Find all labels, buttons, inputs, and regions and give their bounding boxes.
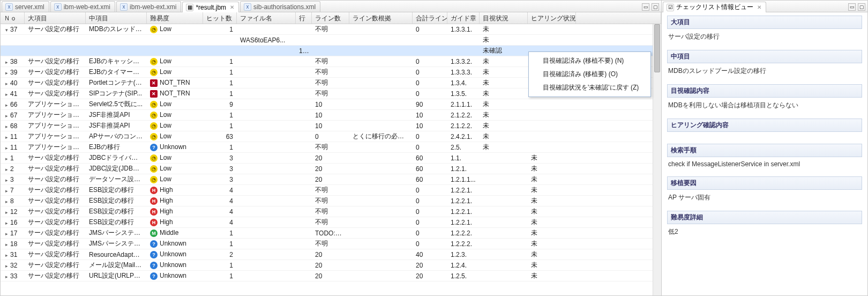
tree-toggle-icon[interactable]: ▸: [4, 113, 9, 119]
close-icon[interactable]: ✕: [757, 4, 761, 10]
ctx-confirmed-need-port[interactable]: 目視確認済み (移植要) (O): [529, 68, 650, 81]
checklist-section: 検索手順check if MessageListenerService in s…: [667, 144, 862, 173]
scrollbar-thumb[interactable]: [654, 24, 660, 72]
ctx-confirmed-no-port[interactable]: 目視確認済み (移植不要) (N): [529, 54, 650, 68]
tree-toggle-icon[interactable]: ▸: [4, 242, 9, 247]
checklist-section: ヒアリング確認内容: [667, 119, 862, 140]
tree-toggle-icon[interactable]: ▸: [4, 231, 9, 236]
section-body: サーバ設定の移行: [667, 29, 862, 47]
table-row[interactable]: ▸12サーバ設定の移行ESB設定の移行HHigh4不明01.2.2.1.未: [1, 206, 661, 217]
maximize-icon[interactable]: ▢: [652, 3, 659, 11]
column-headers[interactable]: Ｎｏ 大項目 中項目 難易度 ヒット数 ファイル名 行 ライン数 ライン数根拠 …: [1, 12, 661, 24]
tab-server-xml[interactable]: xserver.xml: [2, 1, 49, 12]
checklist-icon: ☑: [667, 4, 674, 11]
tree-toggle-icon[interactable]: ▸: [4, 188, 9, 194]
tree-toggle-icon[interactable]: ▸: [4, 70, 9, 76]
section-header: 難易度詳細: [667, 211, 862, 224]
tree-toggle-icon[interactable]: ▸: [4, 220, 9, 226]
table-row[interactable]: ▸17サーバ設定の移行JMSパーシステン...MMiddle1TODO:SE .…: [1, 228, 661, 239]
table-row[interactable]: WAS6toEAP6...未: [1, 35, 661, 46]
jbm-icon: ▦: [186, 4, 193, 11]
table-row[interactable]: ▸2サーバ設定の移行JDBC設定(JDBCP...◔Low320601.2.1.…: [1, 164, 661, 174]
col-line[interactable]: 行: [296, 12, 312, 24]
tab-checklist-view[interactable]: ☑チェックリスト情報ビュー✕: [663, 2, 766, 12]
difficulty-icon: ◔: [150, 154, 158, 162]
table-row[interactable]: ▸32サーバ設定の移行メール設定(MailPr...?Unknown120201…: [1, 260, 661, 271]
col-file[interactable]: ファイル名: [237, 12, 296, 24]
tab-sib-auth[interactable]: xsib-authorisations.xml: [240, 1, 320, 12]
col-hear[interactable]: ヒアリング状況: [528, 12, 576, 24]
tree-toggle-icon[interactable]: ▸: [4, 177, 9, 183]
xml-icon: x: [54, 3, 62, 11]
difficulty-icon: H: [150, 219, 158, 226]
ctx-reset-unconfirmed[interactable]: 目視確認状況を'未確認'に戻す (Z): [529, 81, 650, 94]
context-menu-eye-status[interactable]: 目視確認済み (移植不要) (N) 目視確認済み (移植要) (O) 目視確認状…: [528, 51, 651, 97]
tab-result-jbm[interactable]: ▦*result.jbm✕: [182, 2, 239, 12]
difficulty-icon: ?: [150, 144, 158, 151]
section-header: 検索手順: [667, 144, 862, 157]
col-hit[interactable]: ヒット数: [203, 12, 237, 24]
tree-toggle-icon[interactable]: ▸: [4, 81, 9, 86]
table-row[interactable]: ▸16サーバ設定の移行ESB設定の移行HHigh4不明01.2.2.1.未: [1, 217, 661, 228]
close-icon[interactable]: ✕: [230, 4, 234, 10]
difficulty-icon: ◔: [150, 122, 158, 130]
col-linebase[interactable]: ライン数根拠: [349, 12, 413, 24]
section-body: [667, 132, 862, 140]
table-row[interactable]: ▸11アプリケーション...APサーバのコンテ...◔Low630とくに移行の必…: [1, 131, 661, 142]
col-dai[interactable]: 大項目: [25, 12, 86, 24]
minimize-icon[interactable]: ▭: [848, 3, 856, 11]
col-guide[interactable]: ガイド章: [447, 12, 480, 24]
tree-toggle-icon[interactable]: ▸: [4, 145, 9, 151]
section-header: ヒアリング確認内容: [667, 119, 862, 132]
table-row[interactable]: ▸7サーバ設定の移行ESB設定の移行HHigh4不明01.2.2.1.未: [1, 185, 661, 196]
tree-toggle-icon[interactable]: ▾: [4, 27, 9, 33]
tabbar-right: ☑チェックリスト情報ビュー✕ ▭ ▢: [662, 1, 867, 12]
pane-controls: ▭ ▢: [848, 3, 865, 11]
tree-toggle-icon[interactable]: ▸: [4, 263, 9, 269]
table-row[interactable]: ▸68アプリケーション...JSF非推奨API◔Low110102.1.2.2.…: [1, 121, 661, 131]
table-row[interactable]: ▸3サーバ設定の移行データソース設定...◔Low320601.2.1.1...…: [1, 174, 661, 185]
section-body: 低2: [667, 224, 862, 242]
table-row[interactable]: ▸8サーバ設定の移行ESB設定の移行HHigh4不明01.2.2.1.未: [1, 196, 661, 206]
tree-toggle-icon[interactable]: ▸: [4, 167, 9, 172]
tab-ibm-web-ext-2[interactable]: xibm-web-ext.xmi: [116, 1, 181, 12]
table-row[interactable]: ▸18サーバ設定の移行JMSパーシステン...?Unknown1不明01.2.2…: [1, 239, 661, 249]
tree-toggle-icon[interactable]: ▸: [4, 102, 9, 108]
col-eye[interactable]: 目視状況: [480, 12, 528, 24]
table-row[interactable]: ▸67アプリケーション...JSF非推奨API◔Low110102.1.2.2.…: [1, 110, 661, 121]
col-no[interactable]: Ｎｏ: [1, 12, 25, 24]
table-row[interactable]: ▸11アプリケーション...EJBの移行?Unknown1不明02.5.未: [1, 142, 661, 153]
tab-ibm-web-ext-1[interactable]: xibm-web-ext.xmi: [50, 1, 115, 12]
difficulty-icon: ◔: [150, 58, 158, 65]
tree-toggle-icon[interactable]: ▸: [4, 60, 9, 65]
section-header: 中項目: [667, 50, 862, 63]
vertical-scrollbar[interactable]: [653, 24, 661, 295]
difficulty-icon: ◔: [150, 165, 158, 173]
col-linecnt[interactable]: ライン数: [312, 12, 349, 24]
maximize-icon[interactable]: ▢: [858, 3, 865, 11]
tree-toggle-icon[interactable]: ▸: [4, 124, 9, 129]
checklist-body: 大項目サーバ設定の移行中項目MDBのスレッドプール設定の移行目視確認内容MDBを…: [662, 12, 867, 295]
checklist-section: 難易度詳細低2: [667, 211, 862, 242]
table-row[interactable]: ▸33サーバ設定の移行URL設定(URLPori...?Unknown12020…: [1, 271, 661, 282]
col-total[interactable]: 合計ライン: [413, 12, 447, 24]
table-row[interactable]: ▸1サーバ設定の移行JDBCドライバの...◔Low320601.1.未: [1, 153, 661, 164]
tree-toggle-icon[interactable]: ▸: [4, 135, 9, 140]
tree-toggle-icon[interactable]: ▸: [4, 199, 9, 204]
tree-toggle-icon[interactable]: ▸: [4, 210, 9, 215]
tree-toggle-icon[interactable]: ▸: [4, 156, 9, 161]
tree-toggle-icon[interactable]: ▸: [4, 92, 9, 97]
checklist-section: 大項目サーバ設定の移行: [667, 16, 862, 47]
table-row[interactable]: ▾37サーバ設定の移行MDBのスレッドプ...◔Low1不明01.3.3.1.未: [1, 24, 661, 35]
tree-toggle-icon[interactable]: ▸: [4, 253, 9, 258]
difficulty-icon: ◔: [150, 112, 158, 119]
difficulty-icon: ◔: [150, 26, 158, 33]
section-header: 移植要因: [667, 176, 862, 190]
table-row[interactable]: ▸31サーバ設定の移行ResourceAdapter...?Unknown220…: [1, 249, 661, 260]
table-row[interactable]: ▸66アプリケーション...Servlet2.5で既に...◔Low910902…: [1, 99, 661, 110]
tree-toggle-icon[interactable]: ▸: [4, 274, 9, 279]
col-nan[interactable]: 難易度: [147, 12, 203, 24]
pane-controls: ▭ ▢: [642, 3, 659, 11]
minimize-icon[interactable]: ▭: [642, 3, 649, 11]
col-chu[interactable]: 中項目: [86, 12, 147, 24]
